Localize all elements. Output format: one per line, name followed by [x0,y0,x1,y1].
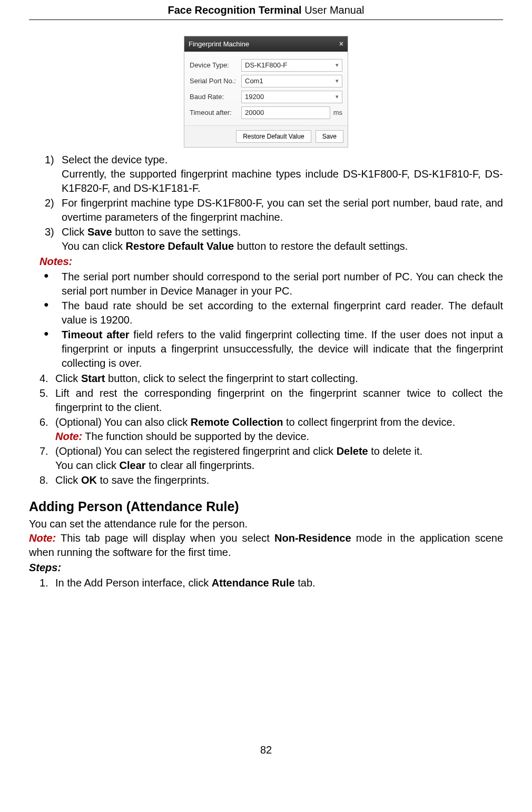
sub-step-2: For fingerprint machine type DS-K1F800-F… [45,196,503,224]
close-icon[interactable]: × [339,39,343,49]
step-6-note: Note: The function should be supported b… [55,429,503,444]
top-steps: Click Start button, click to select the … [29,371,503,487]
row-device-type: Device Type: DS-K1F800-F [190,59,342,72]
device-type-select[interactable]: DS-K1F800-F [241,59,342,72]
unit-ms: ms [333,108,342,118]
header-title-bold: Face Recognition Terminal [168,4,301,16]
step-4: Click Start button, click to select the … [29,371,503,386]
serial-port-select[interactable]: Com1 [241,75,342,87]
sub-step-1: Select the device type. Currently, the s… [45,153,503,195]
step-8: Click OK to save the fingerprints. [29,473,503,487]
section-heading: Adding Person (Attendance Rule) [29,498,503,516]
step-5: Lift and rest the corresponding fingerpr… [29,386,503,415]
sub-step-3: Click Save button to save the settings. … [45,225,503,253]
step-7-sub: You can click Clear to clear all fingerp… [55,458,503,473]
label-device-type: Device Type: [190,61,241,70]
page-header: Face Recognition Terminal User Manual [29,0,503,20]
note-2: The baud rate should be set according to… [40,299,503,327]
dialog-footer: Restore Default Value Save [184,125,348,147]
page-number: 82 [29,743,503,762]
dialog-title: Fingerprint Machine [189,40,249,49]
row-timeout: Timeout after: 20000 ms [190,106,342,119]
dialog-body: Device Type: DS-K1F800-F Serial Port No.… [184,52,348,125]
document-page: Face Recognition Terminal User Manual Fi… [0,0,532,762]
timeout-input[interactable]: 20000 [241,106,330,119]
label-baud-rate: Baud Rate: [190,92,241,102]
steps-label: Steps: [29,561,503,575]
section-note: Note: This tab page will display when yo… [29,531,503,560]
save-button[interactable]: Save [316,130,343,143]
row-baud-rate: Baud Rate: 19200 [190,91,342,103]
fingerprint-machine-dialog: Fingerprint Machine × Device Type: DS-K1… [184,36,348,148]
note-3: Timeout after field refers to the valid … [40,328,503,370]
section-steps: In the Add Person interface, click Atten… [29,576,503,590]
section-step-1: In the Add Person interface, click Atten… [29,576,503,590]
numbered-sub-steps: Select the device type. Currently, the s… [29,153,503,253]
step-6: (Optional) You can also click Remote Col… [29,415,503,444]
row-serial-port: Serial Port No.: Com1 [190,75,342,87]
step-7: (Optional) You can select the registered… [29,444,503,473]
note-1: The serial port number should correspond… [40,270,503,298]
notes-label: Notes: [29,255,503,269]
label-serial-port: Serial Port No.: [190,76,241,86]
section-intro: You can set the attendance rule for the … [29,517,503,531]
sub-step-3-extra: You can click Restore Default Value butt… [62,239,503,253]
restore-default-button[interactable]: Restore Default Value [236,130,311,143]
notes-bullets: The serial port number should correspond… [29,270,503,370]
dialog-title-bar: Fingerprint Machine × [184,36,348,52]
baud-rate-select[interactable]: 19200 [241,91,342,103]
header-title-rest: User Manual [302,4,364,16]
sub-step-1-para: Currently, the supported fingerprint mac… [62,167,503,195]
dialog-figure: Fingerprint Machine × Device Type: DS-K1… [29,36,503,148]
label-timeout: Timeout after: [190,108,241,118]
